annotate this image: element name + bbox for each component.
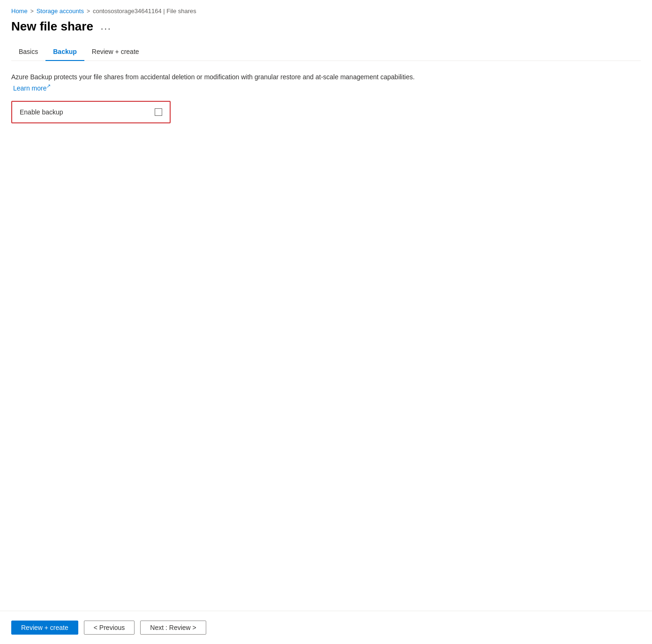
- page-title: New file share: [11, 19, 93, 34]
- breadcrumb-home[interactable]: Home: [11, 8, 28, 15]
- breadcrumb: Home > Storage accounts > contosostorage…: [11, 8, 641, 15]
- external-link-icon: ↗: [46, 83, 51, 89]
- previous-button[interactable]: < Previous: [84, 621, 135, 635]
- review-create-button[interactable]: Review + create: [11, 621, 78, 635]
- breadcrumb-storage-accounts[interactable]: Storage accounts: [37, 8, 84, 15]
- content-area: Azure Backup protects your file shares f…: [11, 72, 641, 611]
- enable-backup-label: Enable backup: [20, 108, 63, 116]
- enable-backup-checkbox[interactable]: [155, 108, 162, 116]
- learn-more-link[interactable]: Learn more↗: [13, 84, 51, 92]
- description-text: Azure Backup protects your file shares f…: [11, 72, 433, 93]
- breadcrumb-file-shares: contosostorage34641164 | File shares: [93, 8, 196, 15]
- breadcrumb-sep-2: >: [87, 8, 90, 15]
- tabs-container: Basics Backup Review + create: [11, 43, 641, 61]
- footer: Review + create < Previous Next : Review…: [0, 611, 652, 644]
- breadcrumb-sep-1: >: [30, 8, 34, 15]
- tab-basics[interactable]: Basics: [11, 43, 45, 61]
- page-header: New file share ...: [11, 19, 641, 34]
- tab-backup[interactable]: Backup: [45, 43, 84, 61]
- enable-backup-box: Enable backup: [11, 101, 171, 123]
- next-button[interactable]: Next : Review >: [140, 621, 206, 635]
- ellipsis-button[interactable]: ...: [98, 20, 114, 33]
- tab-review-create[interactable]: Review + create: [84, 43, 147, 61]
